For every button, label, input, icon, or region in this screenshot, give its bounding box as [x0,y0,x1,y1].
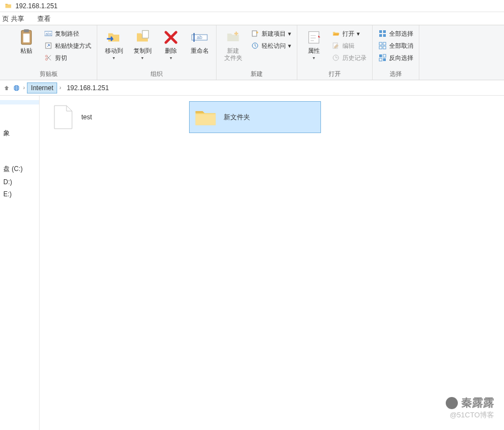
shortcut-icon [44,41,53,50]
svg-rect-21 [379,42,382,45]
properties-icon [305,29,323,46]
svg-rect-23 [379,46,382,49]
easy-access-icon [251,41,259,50]
path-icon: abc [44,29,53,38]
folder-icon [194,104,217,130]
sidebar-item[interactable] [0,100,39,104]
ribbon-group-clipboard: 粘贴 abc 复制路径 粘贴快捷方式 剪切 剪贴板 [0,25,97,80]
clipboard-icon [18,29,35,46]
new-folder-icon [224,29,242,46]
watermark: 秦露露 @51CTO博客 [446,395,494,420]
navigation-pane[interactable]: 象 盘 (C:) D:) E:) [0,96,40,430]
svg-rect-27 [379,58,382,61]
address-bar: › Internet › 192.168.1.251 [0,80,504,96]
svg-rect-17 [379,30,382,33]
ribbon-group-organize: 移动到 ▾ 复制到 ▾ 删除 ▾ ab 重命名 [97,25,217,80]
rename-icon: ab [191,29,208,46]
file-name: test [81,113,92,121]
file-list[interactable]: test 新文件夹 [40,96,504,430]
new-folder-button[interactable]: 新建 文件夹 [220,26,246,62]
move-to-button[interactable]: 移动到 ▾ [101,26,127,60]
rename-button[interactable]: ab 重命名 [186,26,213,54]
new-item-icon [251,29,259,38]
move-icon [105,29,123,46]
tab-view[interactable]: 查看 [31,12,57,25]
svg-rect-22 [383,42,386,45]
group-label-clipboard: 剪贴板 [3,69,93,80]
svg-rect-1 [24,29,29,32]
ribbon-tabs: 页 共享 查看 [0,12,504,25]
svg-text:ab: ab [197,35,202,40]
group-label-select: 选择 [376,69,416,80]
chevron-down-icon: ▾ [313,56,315,60]
copy-to-button[interactable]: 复制到 ▾ [129,26,156,60]
scissors-icon [44,53,53,62]
folder-icon [4,2,12,10]
paste-shortcut-button[interactable]: 粘贴快捷方式 [42,40,93,52]
group-label-organize: 组织 [101,69,213,80]
watermark-logo [446,397,458,409]
svg-rect-12 [252,31,257,36]
svg-point-6 [46,55,48,57]
open-icon [331,29,340,38]
window-titlebar: 192.168.1.251 [0,0,504,12]
cut-button[interactable]: 剪切 [42,52,93,64]
open-button[interactable]: 打开 ▾ [329,27,369,40]
ribbon-group-new: 新建 文件夹 新建项目 ▾ 轻松访问 ▾ 新建 [217,25,297,80]
select-all-icon [378,29,387,38]
ribbon-group-select: 全部选择 全部取消 反向选择 选择 [373,25,419,80]
tab-home-stub[interactable]: 页 [0,12,4,25]
svg-rect-19 [379,34,382,37]
select-all-button[interactable]: 全部选择 [376,27,416,40]
ribbon-group-open: 属性 ▾ 打开 ▾ 编辑 历史记录 打开 [297,25,373,80]
history-button[interactable]: 历史记录 [329,52,369,64]
select-none-button[interactable]: 全部取消 [376,40,416,52]
svg-rect-20 [383,34,386,37]
delete-button[interactable]: 删除 ▾ [158,26,184,60]
sidebar-item[interactable]: 盘 (C:) [0,162,39,176]
edit-button[interactable]: 编辑 [329,40,369,52]
folder-item[interactable]: 新文件夹 [189,101,321,133]
breadcrumb-sep: › [22,85,26,91]
file-icon [52,104,75,130]
network-icon[interactable] [12,84,21,92]
copy-icon [134,29,151,46]
chevron-down-icon: ▾ [288,42,291,49]
svg-rect-24 [383,46,386,49]
new-item-button[interactable]: 新建项目 ▾ [248,27,293,40]
svg-rect-10 [193,33,195,42]
sidebar-item[interactable]: 象 [0,126,39,140]
breadcrumb-sep: › [58,85,62,91]
group-label-new: 新建 [220,69,293,80]
group-label-open: 打开 [301,69,369,80]
file-item[interactable]: test [47,101,179,133]
folder-name: 新文件夹 [224,113,250,122]
invert-icon [378,53,387,62]
svg-rect-2 [23,34,29,42]
paste-button[interactable]: 粘贴 [13,26,40,54]
nav-up-icon[interactable] [2,84,11,92]
delete-x-icon [162,29,180,46]
breadcrumb-path[interactable]: 192.168.1.251 [63,84,502,92]
svg-text:abc: abc [46,32,52,36]
svg-rect-25 [379,54,382,57]
svg-rect-26 [383,54,386,57]
invert-selection-button[interactable]: 反向选择 [376,52,416,64]
chevron-down-icon: ▾ [170,56,172,60]
history-icon [331,53,340,62]
edit-icon [331,41,340,50]
tab-share[interactable]: 共享 [4,12,31,25]
chevron-down-icon: ▾ [141,56,143,60]
chevron-down-icon: ▾ [288,30,291,37]
sidebar-item[interactable]: D:) [0,176,39,188]
sidebar-item[interactable]: E:) [0,188,39,200]
properties-button[interactable]: 属性 ▾ [301,26,327,60]
chevron-down-icon: ▾ [357,30,360,37]
breadcrumb-root[interactable]: Internet [27,82,57,93]
easy-access-button[interactable]: 轻松访问 ▾ [248,40,293,52]
ribbon: 粘贴 abc 复制路径 粘贴快捷方式 剪切 剪贴板 [0,25,504,80]
chevron-down-icon: ▾ [113,56,115,60]
svg-point-7 [46,58,48,60]
select-none-icon [378,41,387,50]
copy-path-button[interactable]: abc 复制路径 [42,27,93,40]
